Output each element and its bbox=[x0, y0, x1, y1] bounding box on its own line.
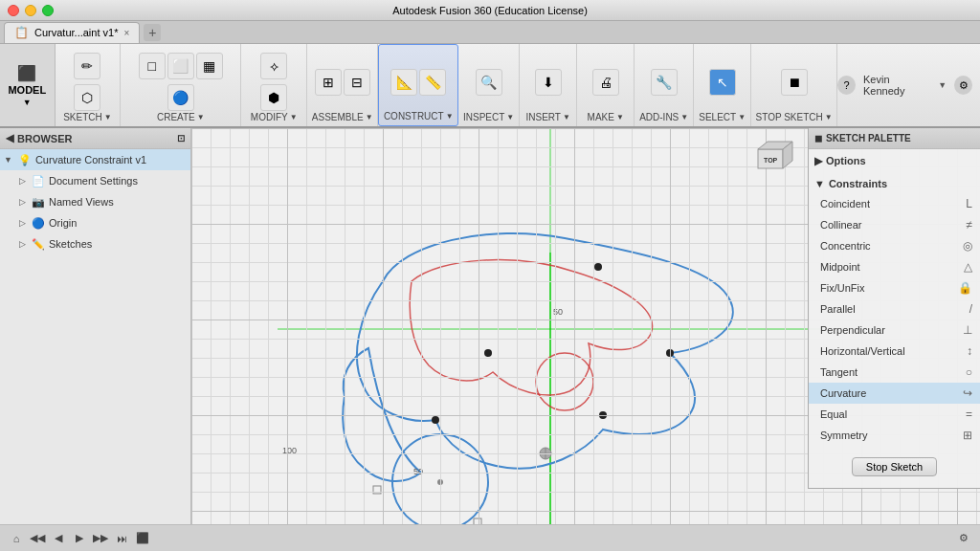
make-icon-1[interactable]: 🖨 bbox=[592, 69, 619, 96]
traffic-lights bbox=[8, 5, 54, 16]
constraints-arrow-icon: ▼ bbox=[814, 178, 825, 189]
assemble-icon-2[interactable]: ⊟ bbox=[344, 69, 370, 96]
options-label: Options bbox=[826, 155, 866, 166]
construct-icon-1[interactable]: 📐 bbox=[390, 69, 417, 96]
constraint-item-curvature[interactable]: Curvature↪ bbox=[809, 383, 980, 404]
constraint-item-collinear[interactable]: Collinear≠ bbox=[809, 214, 980, 235]
addins-icon-1[interactable]: 🔧 bbox=[651, 69, 678, 96]
constraint-label: Coincident bbox=[820, 198, 870, 209]
collapse-icon: ▼ bbox=[4, 155, 12, 165]
constraint-label: Tangent bbox=[820, 366, 858, 378]
minimize-button[interactable] bbox=[25, 5, 36, 16]
close-button[interactable] bbox=[8, 5, 19, 16]
palette-title: SKETCH PALETTE bbox=[826, 133, 911, 143]
view-cube[interactable]: TOP bbox=[750, 134, 796, 180]
constraint-item-concentric[interactable]: Concentric◎ bbox=[809, 235, 980, 256]
modify-icon-1[interactable]: ⟡ bbox=[260, 53, 287, 79]
origin-icon: 🔵 bbox=[32, 217, 45, 230]
options-section-header[interactable]: ▶ Options bbox=[809, 151, 980, 170]
select-icon-1[interactable]: ↖ bbox=[709, 69, 736, 96]
stop-sketch-label[interactable]: STOP SKETCH ▼ bbox=[756, 112, 833, 122]
constraint-icon: ≠ bbox=[966, 218, 972, 231]
stop-sketch-button[interactable]: Stop Sketch bbox=[852, 457, 937, 476]
user-name[interactable]: Kevin Kennedy bbox=[863, 74, 930, 97]
browser-toggle[interactable]: ⊡ bbox=[177, 133, 185, 143]
insert-icon-1[interactable]: ⬇ bbox=[535, 69, 562, 96]
create-icon-1[interactable]: □ bbox=[139, 53, 166, 79]
inspect-label[interactable]: INSPECT ▼ bbox=[463, 112, 514, 122]
create-icon-2[interactable]: ⬜ bbox=[167, 53, 194, 79]
constraint-icon: 💡 bbox=[18, 154, 32, 166]
status-play-icon[interactable]: ▶ bbox=[71, 530, 88, 547]
addins-label[interactable]: ADD-INS ▼ bbox=[639, 112, 688, 122]
constraints-section-header[interactable]: ▼ Constraints bbox=[809, 174, 980, 193]
ribbon-section-select: ↖ SELECT ▼ bbox=[694, 44, 751, 126]
ribbon-right: ? Kevin Kennedy ▼ ⚙ bbox=[837, 44, 980, 126]
modify-label[interactable]: MODIFY ▼ bbox=[251, 112, 298, 122]
status-home-icon[interactable]: ⌂ bbox=[8, 530, 25, 547]
constraint-item-equal[interactable]: Equal= bbox=[809, 404, 980, 425]
construct-label[interactable]: CONSTRUCT ▼ bbox=[384, 111, 454, 121]
constraint-icon: 🔒 bbox=[958, 281, 972, 295]
constraint-icon: ⊞ bbox=[963, 429, 972, 442]
constraint-label: Parallel bbox=[820, 303, 856, 315]
constraint-label: Horizontal/Vertical bbox=[820, 345, 905, 357]
constraint-item-parallel[interactable]: Parallel/ bbox=[809, 298, 980, 320]
sketch-icon-1[interactable]: ✏ bbox=[74, 53, 100, 79]
ribbon-section-addins: 🔧 ADD-INS ▼ bbox=[635, 44, 694, 126]
sidebar-item-origin[interactable]: ▷ 🔵 Origin bbox=[0, 212, 190, 233]
sidebar-item-document[interactable]: ▷ 📄 Document Settings bbox=[0, 170, 190, 191]
constraint-label: Fix/UnFix bbox=[820, 282, 864, 294]
status-record-icon[interactable]: ⬛ bbox=[134, 530, 151, 547]
create-label[interactable]: CREATE ▼ bbox=[157, 112, 205, 122]
assemble-label[interactable]: ASSEMBLE ▼ bbox=[312, 112, 373, 122]
make-label[interactable]: MAKE ▼ bbox=[588, 112, 624, 122]
sidebar-item-constraint[interactable]: ▼ 💡 Curvature Constraint v1 bbox=[0, 149, 190, 170]
ribbon-section-insert: ⬇ INSERT ▼ bbox=[520, 44, 577, 126]
doc-icon: 📄 bbox=[32, 175, 45, 187]
modify-icon-2[interactable]: ⬢ bbox=[260, 84, 287, 111]
constraint-item-perpendicular[interactable]: Perpendicular⊥ bbox=[809, 320, 980, 341]
assemble-icon-1[interactable]: ⊞ bbox=[315, 69, 342, 96]
status-back-icon[interactable]: ◀ bbox=[50, 530, 67, 547]
constraint-item-symmetry[interactable]: Symmetry⊞ bbox=[809, 425, 980, 446]
sketch-icon-2[interactable]: ⬡ bbox=[74, 84, 100, 111]
insert-label[interactable]: INSERT ▼ bbox=[525, 112, 569, 122]
sketch-label[interactable]: SKETCH ▼ bbox=[63, 112, 111, 122]
constraint-label: Equal bbox=[820, 408, 847, 420]
constraint-item-horizontal-vertical[interactable]: Horizontal/Vertical↕ bbox=[809, 341, 980, 362]
sidebar-item-namedviews[interactable]: ▷ 📷 Named Views bbox=[0, 191, 190, 212]
status-settings-icon[interactable]: ⚙ bbox=[955, 530, 972, 547]
sidebar: ◀ BROWSER ⊡ ▼ 💡 Curvature Constraint v1 … bbox=[0, 128, 191, 524]
status-last-icon[interactable]: ⏭ bbox=[113, 530, 130, 547]
help-button[interactable]: ? bbox=[837, 76, 856, 95]
model-dropdown[interactable]: ⬛ MODEL ▼ bbox=[0, 44, 56, 126]
constraints-label: Constraints bbox=[829, 178, 887, 189]
stop-sketch-icon[interactable]: ⏹ bbox=[781, 69, 808, 96]
constraint-icon: L bbox=[966, 197, 972, 210]
constraint-item-fix-unfix[interactable]: Fix/UnFix🔒 bbox=[809, 277, 980, 298]
construct-icon-2[interactable]: 📏 bbox=[419, 69, 446, 96]
tab-close-button[interactable]: × bbox=[123, 28, 129, 38]
ribbon-section-make: 🖨 MAKE ▼ bbox=[577, 44, 635, 126]
canvas-area[interactable]: 50 100 50 TOP ◼ SKETCH PALETTE bbox=[191, 128, 980, 524]
status-prev-icon[interactable]: ◀◀ bbox=[29, 530, 46, 547]
ribbon: ⬛ MODEL ▼ ✏ ⬡ SKETCH ▼ □ ⬜ ▦ 🔵 CREATE ▼ … bbox=[0, 44, 980, 128]
constraint-icon: △ bbox=[964, 260, 972, 274]
settings-icon[interactable]: ⚙ bbox=[954, 76, 972, 95]
active-tab[interactable]: 📋 Curvatur...aint v1* × bbox=[4, 22, 140, 43]
constraint-label: Perpendicular bbox=[820, 324, 885, 336]
sidebar-item-sketches[interactable]: ▷ ✏️ Sketches bbox=[0, 233, 190, 254]
select-label[interactable]: SELECT ▼ bbox=[699, 112, 746, 122]
create-icon-3[interactable]: ▦ bbox=[196, 53, 223, 79]
create-icon-4[interactable]: 🔵 bbox=[167, 84, 194, 111]
fullscreen-button[interactable] bbox=[42, 5, 54, 16]
constraint-item-tangent[interactable]: Tangent○ bbox=[809, 362, 980, 383]
inspect-icon-1[interactable]: 🔍 bbox=[476, 69, 502, 96]
constraint-label: Midpoint bbox=[820, 261, 860, 273]
status-next-icon[interactable]: ▶▶ bbox=[92, 530, 109, 547]
constraint-item-midpoint[interactable]: Midpoint△ bbox=[809, 256, 980, 277]
new-tab-button[interactable]: + bbox=[144, 24, 161, 41]
collapse-arrow-icon[interactable]: ◀ bbox=[6, 132, 13, 144]
constraint-item-coincident[interactable]: CoincidentL bbox=[809, 193, 980, 214]
